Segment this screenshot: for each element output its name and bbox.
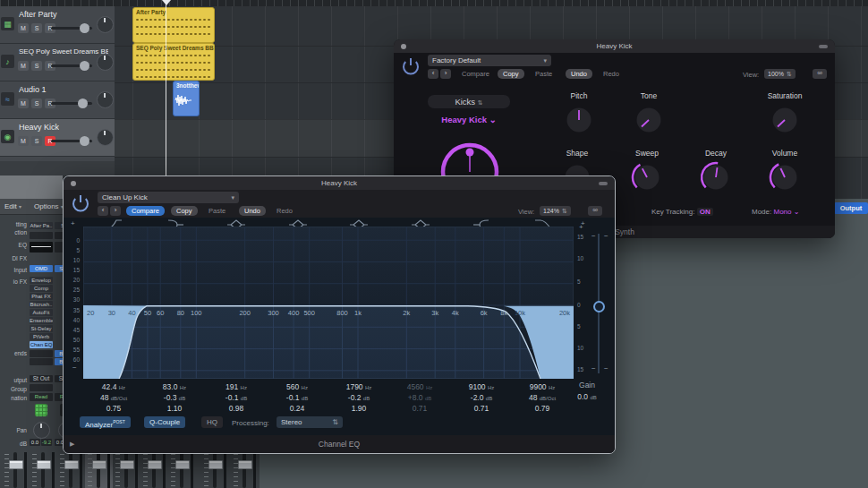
strip-input-slot[interactable]: OMD — [30, 265, 53, 272]
minimize-icon[interactable] — [599, 182, 608, 185]
kick-model-selector[interactable]: Heavy Kick ⌄ — [419, 115, 519, 124]
strip-setting[interactable]: After Pa.. — [30, 222, 53, 229]
solo-button[interactable]: S — [31, 23, 42, 33]
mixer-fader-strip[interactable] — [30, 452, 57, 488]
edit-menu[interactable]: Edit ▾ — [4, 202, 21, 210]
mode-value[interactable]: Mono ⌄ — [773, 208, 799, 216]
decay-knob[interactable] — [700, 161, 732, 193]
link-icon[interactable]: ∞ — [588, 206, 602, 216]
mixer-fader-strip[interactable] — [231, 452, 259, 488]
pitch-knob[interactable] — [563, 104, 595, 136]
next-preset-button[interactable]: › — [440, 69, 451, 79]
volume-slider[interactable] — [51, 140, 92, 142]
strip-fx-slot[interactable]: St-Delay — [30, 325, 53, 332]
undo-button[interactable]: Undo — [239, 206, 266, 216]
master-gain-handle[interactable] — [593, 301, 605, 312]
sweep-knob[interactable] — [631, 161, 663, 193]
scale-plus-button[interactable]: + — [71, 219, 75, 227]
strip-automation-slot[interactable]: Read — [30, 393, 53, 401]
pan-knob[interactable] — [97, 54, 114, 71]
playhead[interactable] — [166, 0, 166, 199]
pan-knob[interactable] — [97, 16, 114, 33]
compare-button[interactable]: Compare — [126, 206, 165, 216]
range-minus-button[interactable]: − — [604, 364, 608, 372]
strip-group-slot[interactable] — [30, 384, 53, 391]
strip-db-value[interactable]: 0.0 — [30, 439, 40, 446]
scale-plus-button[interactable]: + — [579, 223, 583, 231]
strip-pan-knob[interactable] — [33, 422, 50, 439]
strip-fx-slot[interactable]: Comp — [30, 285, 53, 292]
mute-button[interactable]: M — [18, 61, 29, 71]
copy-button[interactable]: Copy — [498, 69, 524, 79]
mixer-fader-strip[interactable] — [140, 452, 168, 488]
view-zoom-stepper[interactable]: 124%⇅ — [540, 206, 571, 216]
track-header-heavy-kick[interactable]: ◉ Heavy Kick MSR — [0, 119, 115, 157]
volume-slider[interactable] — [51, 102, 92, 105]
volume-knob[interactable] — [769, 161, 801, 193]
preset-dropdown[interactable]: Clean Up Kick▾ — [98, 192, 239, 203]
options-menu[interactable]: Options ▾ — [34, 202, 64, 210]
strip-fx-slot[interactable]: PtVerb — [30, 333, 53, 340]
disclosure-triangle-icon[interactable]: ▶ — [70, 435, 74, 453]
playhead-marker[interactable] — [162, 0, 171, 5]
mixer-fader-strip-selected[interactable] — [85, 452, 113, 488]
q-couple-button[interactable]: Q-Couple — [144, 416, 185, 428]
strip-eq-thumbnail[interactable] — [30, 242, 53, 253]
key-tracking-value[interactable]: ON — [697, 208, 713, 216]
mute-button[interactable]: M — [18, 136, 29, 146]
eq-curve-graph[interactable]: 20 30 40 50 60 80 100 200 300 400 500 80… — [83, 227, 574, 379]
next-preset-button[interactable]: › — [110, 206, 121, 216]
analyzer-button[interactable]: AnalyzerPOST — [80, 416, 131, 428]
solo-button[interactable]: S — [31, 98, 42, 108]
track-header-seq-poly[interactable]: ♪ SEQ Poly Sweet Dreams BB MSR — [0, 44, 115, 81]
prev-preset-button[interactable]: ‹ — [428, 69, 438, 79]
output-button[interactable]: Output — [834, 202, 868, 214]
strip-fx-slot[interactable]: Ensemble — [30, 317, 53, 324]
undo-button[interactable]: Undo — [566, 69, 592, 79]
preset-dropdown[interactable]: Factory Default▾ — [428, 55, 551, 66]
mixer-fader-strip[interactable] — [2, 452, 30, 488]
paste-button[interactable]: Paste — [530, 69, 557, 79]
strip-send-slot[interactable] — [30, 350, 53, 357]
range-minus-button[interactable]: − — [591, 232, 596, 240]
prev-preset-button[interactable]: ‹ — [98, 206, 108, 216]
master-gain-readout[interactable]: Gain 0.0 dB — [565, 381, 609, 401]
strip-send-slot[interactable] — [30, 358, 53, 365]
window-titlebar[interactable]: Heavy Kick — [394, 39, 835, 53]
range-minus-button[interactable]: − — [591, 364, 596, 372]
compare-button[interactable]: Compare — [456, 69, 495, 79]
close-icon[interactable] — [71, 181, 76, 186]
strip-fx-slot[interactable]: AutoFit — [30, 309, 53, 316]
paste-button[interactable]: Paste — [203, 206, 231, 216]
volume-slider[interactable] — [51, 64, 92, 67]
close-icon[interactable] — [401, 44, 406, 49]
mixer-fader-strip[interactable] — [168, 452, 196, 488]
mode-row[interactable]: Mode: Mono ⌄ — [752, 208, 799, 216]
mute-button[interactable]: M — [18, 23, 29, 33]
kit-piece-selector[interactable]: Kicks ⇅ — [428, 95, 510, 108]
mixer-fader-strip[interactable] — [113, 452, 140, 488]
strip-output-slot[interactable]: St Out — [30, 375, 53, 382]
saturation-knob[interactable] — [769, 104, 801, 136]
strip-fx-slot-selected[interactable]: Chan EQ — [30, 341, 53, 348]
mute-button[interactable]: M — [18, 98, 29, 108]
midi-region-seq-poly[interactable]: SEQ Poly Sweet Dreams BB — [132, 43, 215, 81]
mixer-fader-strip[interactable] — [57, 452, 85, 488]
copy-button[interactable]: Copy — [171, 206, 198, 216]
minimize-icon[interactable] — [819, 45, 828, 48]
volume-slider[interactable] — [51, 27, 92, 30]
window-titlebar[interactable]: Heavy Kick — [64, 176, 615, 190]
power-icon[interactable] — [71, 193, 90, 213]
hq-button[interactable]: HQ — [201, 416, 223, 428]
mixer-fader-strip[interactable] — [201, 452, 229, 488]
solo-button[interactable]: S — [31, 136, 42, 146]
strip-fx-slot[interactable]: Envelop — [30, 277, 53, 284]
key-tracking-row[interactable]: Key Tracking: ON — [651, 208, 713, 216]
redo-button[interactable]: Redo — [598, 69, 625, 79]
audio-region-3notthew[interactable]: 3notthew — [173, 81, 200, 116]
scale-minus-button[interactable]: − — [72, 364, 77, 372]
strip-fx-slot[interactable]: Bitcrush.. — [30, 301, 53, 308]
tone-knob[interactable] — [633, 104, 665, 136]
range-minus-button[interactable]: − — [604, 232, 608, 240]
view-zoom-stepper[interactable]: 100%⇅ — [764, 69, 796, 79]
